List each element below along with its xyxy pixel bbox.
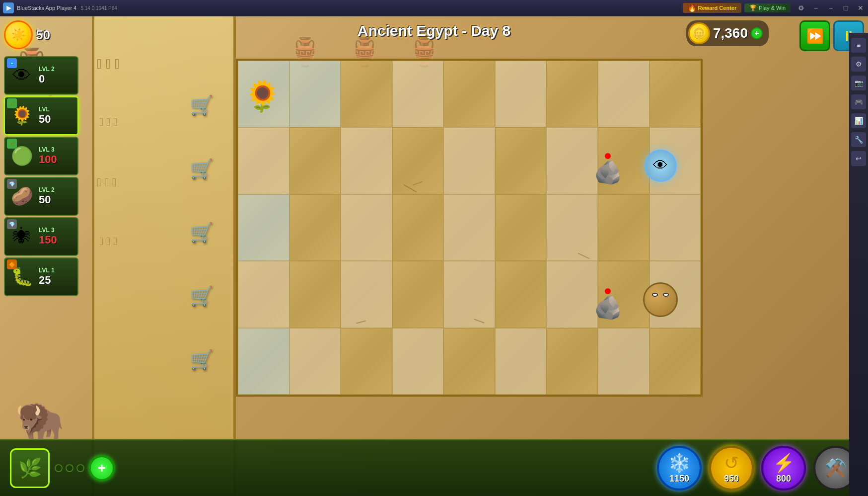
reward-center-label: Reward Center	[698, 5, 737, 11]
grid-cell-2-2[interactable]	[289, 127, 341, 194]
grid-cell-2-1[interactable]	[238, 127, 289, 194]
grid-cell-4-1[interactable]	[238, 261, 289, 328]
grid-cell-4-2[interactable]	[289, 261, 341, 328]
fire-icon: 🔥	[688, 4, 696, 12]
plant-cost-4: 50	[39, 193, 77, 206]
grid-cell-4-4[interactable]	[392, 261, 444, 328]
grid-cell-5-6[interactable]	[495, 328, 547, 395]
plant-card-4[interactable]: 💎 🥔 LVL 2 50	[4, 177, 78, 216]
game-area: 𓂀 𓃭 𓆣 𓈖 𓏏 𓂋 𓆓 𓇋 𓏏 𓅓 𓏛 𓈖 🏺 🦯 🏺 🏺 🏺 🦬 🛒 🛒 …	[0, 16, 868, 496]
grid-cell-2-5[interactable]	[443, 127, 495, 194]
plant-card-5[interactable]: 💎 🕷 LVL 3 150	[4, 217, 78, 256]
grid-cell-5-3[interactable]	[341, 328, 392, 395]
grid-cell-1-3[interactable]	[341, 61, 392, 127]
rs-btn-1[interactable]: ≡	[851, 38, 866, 53]
grid-cell-3-9[interactable]	[650, 194, 701, 261]
coin-icon: 🪙	[688, 22, 710, 44]
grid-cell-4-8[interactable]	[598, 261, 650, 328]
plant-info-5: LVL 3 150	[39, 227, 77, 247]
grid-cell-2-9[interactable]	[650, 127, 701, 194]
bottom-toolbar: 🌿 + ❄️ 1150 ↺ 950 ⚡ 800	[0, 439, 868, 496]
grid-row-1	[238, 61, 701, 127]
grid-cell-1-7[interactable]	[546, 61, 598, 127]
fast-forward-button[interactable]: ⏩	[799, 20, 830, 51]
plant-card-6[interactable]: 🔶 🐛 LVL 1 25	[4, 257, 78, 296]
plant-level-2: LVL	[39, 106, 77, 113]
grid-cell-1-5[interactable]	[443, 61, 495, 127]
grid-cell-1-1[interactable]	[238, 61, 289, 127]
grid-cell-2-3[interactable]	[341, 127, 392, 194]
maximize-button[interactable]: □	[838, 0, 853, 16]
rs-btn-6[interactable]: 🔧	[851, 132, 866, 147]
play-win-label: Play & Win	[759, 5, 786, 11]
reward-center-button[interactable]: 🔥 Reward Center	[683, 3, 742, 13]
shovel-button[interactable]: 🌿	[10, 448, 50, 488]
grid-cell-3-6[interactable]	[495, 194, 547, 261]
toolbar-left-section: 🌿 +	[10, 448, 114, 488]
sun-count-value: 50	[36, 27, 50, 43]
settings-button[interactable]: ⚙	[794, 0, 808, 16]
grid-cell-4-3[interactable]	[341, 261, 392, 328]
play-win-button[interactable]: 🏆 Play & Win	[744, 3, 791, 12]
grid-cell-5-8[interactable]	[598, 328, 650, 395]
ice-power-cost: 1150	[669, 474, 689, 484]
grid-cell-5-5[interactable]	[443, 328, 495, 395]
rs-btn-5[interactable]: 📊	[851, 113, 866, 128]
lawnmower-row2: 🛒	[190, 158, 213, 180]
rs-btn-2[interactable]: ⚙	[851, 57, 866, 72]
plant-level-4: LVL 2	[39, 186, 77, 193]
grid-cell-4-9[interactable]	[650, 261, 701, 328]
grid-cell-1-4[interactable]	[392, 61, 444, 127]
game-grid[interactable]	[236, 59, 703, 397]
grid-cell-5-9[interactable]	[650, 328, 701, 395]
rs-btn-3[interactable]: 📷	[851, 76, 866, 90]
grid-cell-2-7[interactable]	[546, 127, 598, 194]
hieroglyph-2: 𓈖 𓏏 𓂋	[99, 116, 117, 129]
grid-cell-2-4[interactable]	[392, 127, 444, 194]
grid-cell-1-2[interactable]	[289, 61, 341, 127]
rs-btn-7[interactable]: ↩	[851, 151, 866, 166]
plant-badge-3: 🌿	[7, 139, 17, 149]
grid-cell-3-5[interactable]	[443, 194, 495, 261]
rs-btn-4[interactable]: 🎮	[851, 94, 866, 109]
grid-cell-3-7[interactable]	[546, 194, 598, 261]
shovel-icon: ⚒️	[825, 458, 847, 479]
right-sidebar: ≡ ⚙ 📷 🎮 📊 🔧 ↩	[849, 33, 868, 496]
grid-cell-3-4[interactable]	[392, 194, 444, 261]
add-plant-button[interactable]: +	[89, 456, 114, 481]
plant-cost-3: 100	[39, 153, 77, 166]
lightning-power-button[interactable]: ⚡ 800	[761, 446, 806, 491]
grid-cell-5-7[interactable]	[546, 328, 598, 395]
grid-cell-1-8[interactable]	[598, 61, 650, 127]
plant-sidebar: 💠 👁 LVL 2 0 🌿 🌻 LVL 50 🌿 🟢	[4, 56, 81, 296]
plant-card-1[interactable]: 💠 👁 LVL 2 0	[4, 56, 78, 95]
trophy-icon: 🏆	[749, 4, 757, 11]
coin-counter: 🪙 7,360 +	[686, 20, 769, 46]
ice-power-button[interactable]: ❄️ 1150	[657, 446, 702, 491]
refresh-power-button[interactable]: ↺ 950	[709, 446, 754, 491]
grid-cell-5-4[interactable]	[392, 328, 444, 395]
grid-cell-3-2[interactable]	[289, 194, 341, 261]
add-coins-button[interactable]: +	[751, 27, 763, 39]
grid-cell-4-6[interactable]	[495, 261, 547, 328]
coin-amount-value: 7,360	[713, 25, 748, 41]
grid-cell-1-9[interactable]	[650, 61, 701, 127]
grid-cell-3-8[interactable]	[598, 194, 650, 261]
grid-cell-4-5[interactable]	[443, 261, 495, 328]
plant-cost-2: 50	[39, 113, 77, 126]
close-button[interactable]: ✕	[853, 0, 868, 16]
grid-cell-5-2[interactable]	[289, 328, 341, 395]
grid-cell-3-1[interactable]	[238, 194, 289, 261]
restore-button[interactable]: −	[823, 0, 838, 16]
grid-row-2	[238, 127, 701, 194]
plant-card-3[interactable]: 🌿 🟢 LVL 3 100	[4, 137, 78, 175]
grid-cell-2-6[interactable]	[495, 127, 547, 194]
grid-cell-3-3[interactable]	[341, 194, 392, 261]
plant-info-1: LVL 2 0	[39, 66, 77, 85]
grid-cell-2-8[interactable]	[598, 127, 650, 194]
grid-cell-5-1[interactable]	[238, 328, 289, 395]
minimize-button[interactable]: −	[808, 0, 823, 16]
grid-cell-4-7[interactable]	[546, 261, 598, 328]
grid-cell-1-6[interactable]	[495, 61, 547, 127]
plant-card-2[interactable]: 🌿 🌻 LVL 50	[4, 96, 78, 135]
